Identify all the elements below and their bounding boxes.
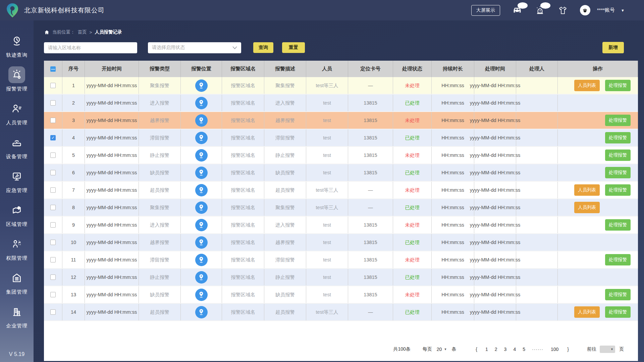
person-list-button[interactable]: 人员列表 xyxy=(574,80,600,91)
page-button-100[interactable]: 100 xyxy=(551,347,558,352)
alarm-notice-button[interactable] xyxy=(534,5,546,15)
home-icon xyxy=(44,29,50,35)
add-button[interactable]: 新增 xyxy=(602,42,624,53)
sidebar-item-1[interactable]: 轨迹查询 xyxy=(0,28,34,62)
row-checkbox[interactable] xyxy=(50,275,56,280)
handle-alarm-button[interactable]: 处理报警 xyxy=(605,80,631,91)
cell-handler xyxy=(516,251,558,268)
location-pin-button[interactable] xyxy=(195,271,208,284)
account-name[interactable]: ****账号 xyxy=(597,7,615,13)
page-button-3[interactable]: 3 xyxy=(504,347,507,352)
row-checkbox[interactable] xyxy=(50,170,56,175)
select-all-checkbox[interactable]: — xyxy=(50,66,56,72)
location-pin-button[interactable] xyxy=(195,97,208,109)
row-checkbox[interactable] xyxy=(50,222,56,228)
location-pin-button[interactable] xyxy=(195,254,208,266)
sidebar-item-7[interactable]: 权限管理 xyxy=(0,232,34,265)
company-logo-icon xyxy=(5,3,19,18)
sidebar-item-6[interactable]: 区域管理 xyxy=(0,198,34,232)
user-avatar[interactable] xyxy=(580,5,590,15)
prev-page-button[interactable]: { xyxy=(476,347,477,352)
row-checkbox[interactable] xyxy=(50,257,56,262)
cell-no: 10 xyxy=(62,234,85,251)
enable-status-select[interactable]: 请选择启用状态 xyxy=(148,42,241,53)
cell-handle-time: yyyy-MM-dd HH:mm:ss xyxy=(474,112,516,129)
big-screen-button[interactable]: 大屏展示 xyxy=(471,5,500,16)
location-pin-button[interactable] xyxy=(195,132,208,144)
sidebar-item-9[interactable]: 企业管理 xyxy=(0,299,34,333)
row-checkbox[interactable]: ✓ xyxy=(50,135,56,140)
row-checkbox[interactable] xyxy=(50,292,56,297)
sidebar-item-5[interactable]: 应急管理 xyxy=(0,164,34,198)
shirt-button[interactable] xyxy=(557,5,569,15)
cell-card-no: 13815 xyxy=(348,112,393,129)
cell-status: 未处理 xyxy=(393,147,432,164)
cell-alarm-type: 越界报警 xyxy=(139,112,181,129)
location-pin-button[interactable] xyxy=(195,236,208,249)
location-pin-button[interactable] xyxy=(195,306,208,318)
row-checkbox[interactable] xyxy=(50,100,56,106)
page-button-2[interactable]: 2 xyxy=(495,347,497,352)
sidebar-item-8[interactable]: 集团管理 xyxy=(0,265,34,299)
page-button-4[interactable]: 4 xyxy=(513,347,516,352)
row-checkbox[interactable] xyxy=(50,118,56,123)
location-pin-button[interactable] xyxy=(195,167,208,179)
handle-alarm-button[interactable]: 处理报警 xyxy=(605,115,631,126)
reset-button[interactable]: 重置 xyxy=(282,42,305,53)
next-page-button[interactable]: } xyxy=(567,347,569,352)
row-checkbox[interactable] xyxy=(50,153,56,158)
handle-alarm-button[interactable]: 处理报警 xyxy=(605,254,631,265)
area-name-input[interactable] xyxy=(44,42,137,53)
cell-actions: 处理报警 xyxy=(558,251,638,268)
row-checkbox[interactable] xyxy=(50,205,56,210)
person-list-button[interactable]: 人员列表 xyxy=(574,184,600,196)
sidebar-item-label: 报警管理 xyxy=(6,86,28,92)
cell-card-no: 13815 xyxy=(348,147,393,164)
sidebar-item-4[interactable]: 设备管理 xyxy=(0,130,34,164)
row-checkbox[interactable] xyxy=(50,187,56,193)
handle-alarm-button[interactable]: 处理报警 xyxy=(605,306,631,318)
cell-alarm-area: 报警区域名 xyxy=(222,164,264,181)
location-pin-button[interactable] xyxy=(195,201,208,214)
location-pin-button[interactable] xyxy=(195,219,208,231)
row-checkbox[interactable] xyxy=(50,309,56,315)
person-list-button[interactable]: 人员列表 xyxy=(574,202,600,213)
cell-card-no: 13815 xyxy=(348,129,393,146)
device-icon xyxy=(8,134,25,151)
page-button-1[interactable]: 1 xyxy=(485,347,488,352)
breadcrumb-home-link[interactable]: 首页 xyxy=(78,29,87,35)
sidebar-item-3[interactable]: 人员管理 xyxy=(0,96,34,130)
cell-alarm-area: 报警区域名 xyxy=(222,129,264,146)
vehicle-monitor-button[interactable] xyxy=(512,5,523,15)
row-checkbox[interactable] xyxy=(50,240,56,245)
goto-page-select[interactable]: ▼ xyxy=(600,346,615,353)
per-page-select[interactable]: 20 ▼ xyxy=(437,347,447,352)
row-checkbox[interactable] xyxy=(50,83,56,88)
handle-alarm-button[interactable]: 处理报警 xyxy=(605,149,631,161)
location-pin-button[interactable] xyxy=(195,79,208,92)
person-list-button[interactable]: 人员列表 xyxy=(574,306,600,318)
sidebar: 轨迹查询 报警管理 人员管理 设备管理 应急管理 区域管理 权限管理 集团管理 … xyxy=(0,20,34,362)
enterprise-icon xyxy=(8,303,25,320)
cell-no: 13 xyxy=(62,286,85,303)
handle-alarm-button[interactable]: 处理报警 xyxy=(605,184,631,196)
account-caret-down-icon[interactable]: ▼ xyxy=(621,8,625,12)
location-pin-button[interactable] xyxy=(195,149,208,162)
table-row: 8yyyy-MM-dd HH:mm:ss聚集报警报警区域名聚集报警test等三人… xyxy=(44,199,638,217)
location-pin-button[interactable] xyxy=(195,184,208,196)
sidebar-item-2[interactable]: 报警管理 xyxy=(0,62,34,96)
handle-alarm-button[interactable]: 处理报警 xyxy=(605,289,631,300)
cell-status: 已处理 xyxy=(393,164,432,181)
cell-handle-time: yyyy-MM-dd HH:mm:ss xyxy=(474,234,516,251)
cell-actions: 处理报警 xyxy=(558,217,638,233)
handle-alarm-button[interactable]: 处理报警 xyxy=(605,219,631,231)
location-pin-button[interactable] xyxy=(195,114,208,127)
location-pin-button[interactable] xyxy=(195,289,208,301)
query-button[interactable]: 查询 xyxy=(253,42,273,53)
handle-alarm-button[interactable]: 处理报警 xyxy=(605,132,631,143)
sidebar-item-label: 人员管理 xyxy=(6,120,28,126)
goto-label: 前往 xyxy=(587,346,596,352)
table-row: ✓4yyyy-MM-dd HH:mm:ss滞留报警报警区域名滞留报警test13… xyxy=(44,129,638,147)
page-button-5[interactable]: 5 xyxy=(523,347,525,352)
handle-alarm-button[interactable]: 处理报警 xyxy=(605,167,631,178)
